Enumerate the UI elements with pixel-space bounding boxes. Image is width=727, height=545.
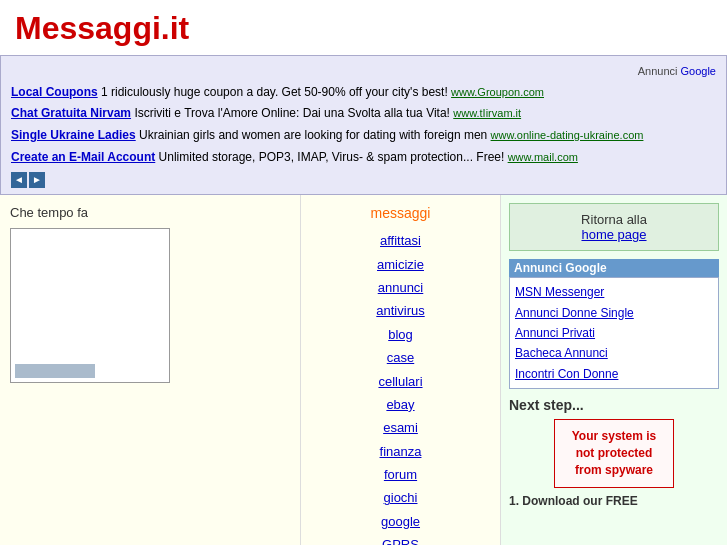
weather-box	[10, 228, 170, 383]
center-link-cellulari[interactable]: cellulari	[311, 370, 490, 393]
annunci-link-annunci-donne-single[interactable]: Annunci Donne Single	[515, 303, 713, 323]
center-panel-title: messaggi	[311, 205, 490, 221]
ad-link-chat[interactable]: Chat Gratuita Nirvam	[11, 106, 131, 120]
center-link-giochi[interactable]: giochi	[311, 486, 490, 509]
ad-link-ukraine[interactable]: Single Ukraine Ladies	[11, 128, 136, 142]
center-link-blog[interactable]: blog	[311, 323, 490, 346]
nav-arrows: ◄ ►	[11, 172, 716, 188]
ritorna-box: Ritorna alla home page	[509, 203, 719, 251]
annunci-link-bacheca-annunci[interactable]: Bacheca Annunci	[515, 343, 713, 363]
ad-text-3: Ukrainian girls and women are looking fo…	[139, 128, 491, 142]
annunci-section: Annunci Google MSN MessengerAnnunci Donn…	[509, 259, 719, 389]
ritorna-label: Ritorna alla	[518, 212, 710, 227]
annunci-link-incontri-con-donne[interactable]: Incontri Con Donne	[515, 364, 713, 384]
annunci-link-annunci-privati[interactable]: Annunci Privati	[515, 323, 713, 343]
weather-title: Che tempo fa	[10, 205, 290, 220]
ad-url-2[interactable]: www.tIirvam.it	[453, 107, 521, 119]
ad-url-1[interactable]: www.Groupon.com	[451, 86, 544, 98]
arrow-right-button[interactable]: ►	[29, 172, 45, 188]
center-panel: messaggi affittasiamicizieannunciantivir…	[300, 195, 500, 545]
annunci-google-label: Annunci Google	[638, 62, 716, 82]
center-link-google[interactable]: google	[311, 510, 490, 533]
ad-link-local-coupons[interactable]: Local Coupons	[11, 85, 98, 99]
ad-row-4: Create an E-Mail Account Unlimited stora…	[11, 147, 716, 169]
annunci-link-msn-messenger[interactable]: MSN Messenger	[515, 282, 713, 302]
next-step-title: Next step...	[509, 397, 719, 413]
ad-text-4: Unlimited storage, POP3, IMAP, Virus- & …	[159, 150, 508, 164]
center-link-finanza[interactable]: finanza	[311, 440, 490, 463]
page-title: Messaggi.it	[15, 10, 712, 47]
center-link-antivirus[interactable]: antivirus	[311, 299, 490, 322]
center-link-annunci[interactable]: annunci	[311, 276, 490, 299]
left-panel: Che tempo fa	[0, 195, 300, 545]
spyware-warning-box: Your system is not protected from spywar…	[554, 419, 674, 487]
center-link-gprs[interactable]: GPRS	[311, 533, 490, 545]
ad-text-2: Iscriviti e Trova l'Amore Online: Dai un…	[134, 106, 453, 120]
annunci-section-header: Annunci Google	[509, 259, 719, 277]
center-link-esami[interactable]: esami	[311, 416, 490, 439]
center-link-ebay[interactable]: ebay	[311, 393, 490, 416]
right-panel: Ritorna alla home page Annunci Google MS…	[500, 195, 727, 545]
center-link-forum[interactable]: forum	[311, 463, 490, 486]
center-link-amicizie[interactable]: amicizie	[311, 253, 490, 276]
home-page-link[interactable]: home page	[581, 227, 646, 242]
next-step-section: Next step... Your system is not protecte…	[509, 397, 719, 507]
ad-url-3[interactable]: www.online-dating-ukraine.com	[491, 129, 644, 141]
main-content: Che tempo fa messaggi affittasiamiciziea…	[0, 195, 727, 545]
center-links: affittasiamicizieannunciantivirusblogcas…	[311, 229, 490, 545]
weather-bar	[15, 364, 95, 378]
ad-row-1: Local Coupons 1 ridiculously huge coupon…	[11, 82, 716, 104]
download-text: 1. Download our FREE	[509, 494, 719, 508]
ad-row-3: Single Ukraine Ladies Ukrainian girls an…	[11, 125, 716, 147]
ad-text-1: 1 ridiculously huge coupon a day. Get 50…	[101, 85, 451, 99]
center-link-case[interactable]: case	[311, 346, 490, 369]
ad-row-2: Chat Gratuita Nirvam Iscriviti e Trova l…	[11, 103, 716, 125]
center-link-affittasi[interactable]: affittasi	[311, 229, 490, 252]
annunci-links: MSN MessengerAnnunci Donne SingleAnnunci…	[509, 277, 719, 389]
spyware-warning-text: Your system is not protected from spywar…	[572, 429, 656, 477]
ad-banner: Annunci Google Local Coupons 1 ridiculou…	[0, 55, 727, 195]
ad-link-email[interactable]: Create an E-Mail Account	[11, 150, 155, 164]
arrow-left-button[interactable]: ◄	[11, 172, 27, 188]
page-header: Messaggi.it	[0, 0, 727, 55]
ad-url-4[interactable]: www.mail.com	[508, 151, 578, 163]
